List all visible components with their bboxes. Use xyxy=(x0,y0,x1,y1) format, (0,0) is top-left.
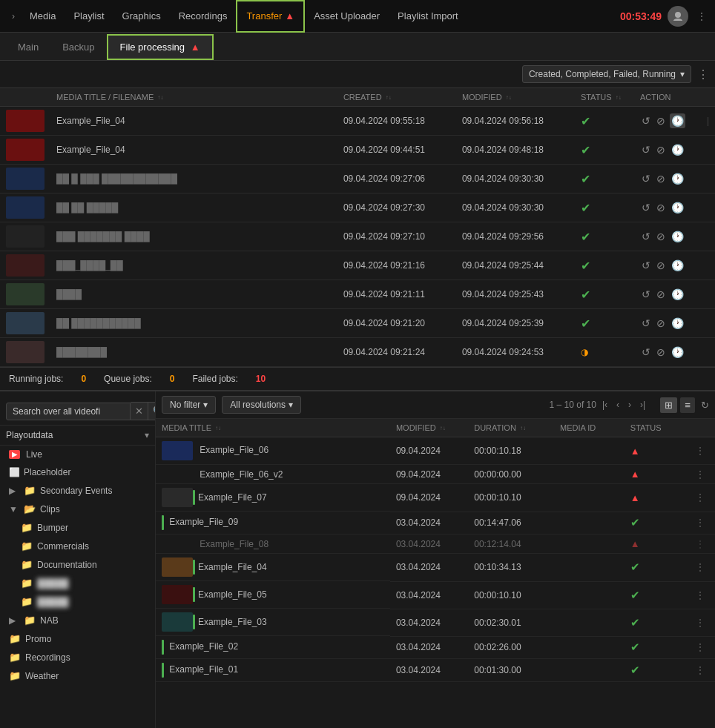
action-stop-btn[interactable]: ⊘ xyxy=(655,316,667,331)
action-history-btn[interactable]: 🕐 xyxy=(670,345,685,360)
nav-more-icon[interactable]: ⋮ xyxy=(694,11,709,21)
content-duration: 00:00:10.18 xyxy=(468,437,554,465)
action-stop-btn[interactable]: ⊘ xyxy=(655,171,667,186)
no-filter-btn[interactable]: No filter ▾ xyxy=(162,396,216,414)
sidebar-item-clips[interactable]: ▼ 📂 Clips xyxy=(0,500,155,518)
row-more-icon[interactable]: ⋮ xyxy=(693,665,708,675)
next-page-btn[interactable]: › xyxy=(625,398,634,411)
action-retry-btn[interactable]: ↺ xyxy=(640,345,652,360)
col-created[interactable]: CREATED ↑↓ xyxy=(337,88,456,107)
action-history-btn[interactable]: 🕐 xyxy=(670,229,685,244)
sidebar-item-secondary-events[interactable]: ▶ 📁 Secondary Events xyxy=(0,481,155,500)
search-clear-btn[interactable]: ✕ xyxy=(131,402,148,420)
row-more-icon[interactable]: ⋮ xyxy=(693,469,708,480)
refresh-btn[interactable]: ↻ xyxy=(701,400,709,411)
content-row: Example_File_04 03.04.2024 00:10:34.13 ✔… xyxy=(156,554,715,582)
nav-graphics[interactable]: Graphics xyxy=(113,0,170,33)
sidebar-item-weather[interactable]: 📁 Weather xyxy=(0,666,155,685)
nav-expand-icon[interactable]: › xyxy=(6,11,21,21)
action-retry-btn[interactable]: ↺ xyxy=(640,258,652,273)
row-thumbnail xyxy=(6,110,45,132)
content-row: Example_File_07 09.04.2024 00:00:10.10 ▲… xyxy=(156,484,715,512)
row-more-icon[interactable]: ⋮ xyxy=(693,590,708,600)
playout-selector[interactable]: Playoutdata ▾ xyxy=(0,426,155,446)
nav-playlist[interactable]: Playlist xyxy=(65,0,113,33)
sidebar-item-placeholder[interactable]: ⬜ Placeholder xyxy=(0,463,155,481)
action-stop-btn[interactable]: ⊘ xyxy=(655,258,667,273)
sidebar-item-commercials[interactable]: 📁 Commercials xyxy=(0,537,155,555)
col-media-id[interactable]: MEDIA ID xyxy=(554,419,625,437)
prev-page-btn[interactable]: ‹ xyxy=(613,398,622,411)
col-modified[interactable]: MODIFIED ↑↓ xyxy=(390,419,468,437)
action-stop-btn[interactable]: ⊘ xyxy=(655,142,667,157)
action-retry-btn[interactable]: ↺ xyxy=(640,142,652,157)
nav-recordings[interactable]: Recordings xyxy=(170,0,237,33)
action-history-btn[interactable]: 🕐 xyxy=(670,142,685,157)
sidebar-item-documentation[interactable]: 📁 Documentation xyxy=(0,555,155,574)
row-drag-handle[interactable]: | xyxy=(701,107,715,136)
list-view-btn[interactable]: ≡ xyxy=(680,397,695,413)
col-modified[interactable]: MODIFIED ↑↓ xyxy=(456,88,575,107)
content-modified: 09.04.2024 xyxy=(390,437,468,465)
row-status-icon: ✔ xyxy=(581,173,590,185)
action-stop-btn[interactable]: ⊘ xyxy=(655,345,667,360)
col-media-title[interactable]: MEDIA TITLE ↑↓ xyxy=(156,419,390,437)
row-more-icon[interactable]: ⋮ xyxy=(693,492,708,503)
sidebar-item-live[interactable]: ▶ Live xyxy=(0,446,155,463)
status-filter-dropdown[interactable]: Created, Completed, Failed, Running ▾ xyxy=(522,65,691,83)
nav-transfer[interactable]: Transfer ▲ xyxy=(236,0,305,33)
tab-file-processing[interactable]: File processing ▲ xyxy=(107,34,214,60)
sidebar-item-blur2[interactable]: 📁 █████ xyxy=(0,592,155,611)
action-stop-btn[interactable]: ⊘ xyxy=(655,287,667,302)
action-history-btn[interactable]: 🕐 xyxy=(670,113,685,128)
content-duration: 00:10:34.13 xyxy=(468,554,554,582)
action-retry-btn[interactable]: ↺ xyxy=(640,287,652,302)
row-more-icon[interactable]: ⋮ xyxy=(693,562,708,572)
row-more-icon[interactable]: ⋮ xyxy=(693,642,708,652)
nav-playlist-import[interactable]: Playlist Import xyxy=(389,0,467,33)
search-input[interactable] xyxy=(6,403,131,420)
action-retry-btn[interactable]: ↺ xyxy=(640,200,652,215)
action-history-btn[interactable]: 🕐 xyxy=(670,316,685,331)
sidebar-item-blur1[interactable]: 📁 █████ xyxy=(0,574,155,592)
action-history-btn[interactable]: 🕐 xyxy=(670,171,685,186)
row-more-icon[interactable]: ⋮ xyxy=(693,517,708,528)
action-retry-btn[interactable]: ↺ xyxy=(640,171,652,186)
grid-view-btn[interactable]: ⊞ xyxy=(660,397,677,413)
action-stop-btn[interactable]: ⊘ xyxy=(655,113,667,128)
playout-label: Playoutdata xyxy=(6,430,145,440)
action-stop-btn[interactable]: ⊘ xyxy=(655,200,667,215)
action-history-btn[interactable]: 🕐 xyxy=(670,287,685,302)
last-page-btn[interactable]: ›| xyxy=(637,398,648,411)
col-duration[interactable]: DURATION ↑↓ xyxy=(468,419,554,437)
action-history-btn[interactable]: 🕐 xyxy=(670,258,685,273)
col-media-title[interactable]: MEDIA TITLE / FILENAME ↑↓ xyxy=(50,88,337,107)
sidebar-item-recordings[interactable]: 📁 Recordings xyxy=(0,648,155,666)
action-history-btn[interactable]: 🕐 xyxy=(670,200,685,215)
row-more-icon[interactable]: ⋮ xyxy=(693,539,708,549)
action-stop-btn[interactable]: ⊘ xyxy=(655,229,667,244)
tab-main[interactable]: Main xyxy=(6,36,50,60)
first-page-btn[interactable]: |‹ xyxy=(599,398,610,411)
sidebar-item-nab[interactable]: ▶ 📁 NAB xyxy=(0,611,155,629)
nav-asset-uploader[interactable]: Asset Uploader xyxy=(305,0,389,33)
col-status[interactable]: STATUS xyxy=(625,419,687,437)
upper-more-icon[interactable]: ⋮ xyxy=(697,67,709,82)
search-go-btn[interactable]: 🔍 xyxy=(148,402,156,420)
top-navigation: › Media Playlist Graphics Recordings Tra… xyxy=(0,0,715,33)
col-status[interactable]: STATUS ↑↓ xyxy=(575,88,634,107)
action-retry-btn[interactable]: ↺ xyxy=(640,113,652,128)
action-retry-btn[interactable]: ↺ xyxy=(640,229,652,244)
row-created: 09.04.2024 09:44:51 xyxy=(337,136,456,165)
all-resolutions-btn[interactable]: All resolutions ▾ xyxy=(222,396,301,414)
avatar[interactable] xyxy=(668,6,688,27)
row-more-icon[interactable]: ⋮ xyxy=(693,446,708,456)
action-retry-btn[interactable]: ↺ xyxy=(640,316,652,331)
nav-media[interactable]: Media xyxy=(21,0,65,33)
sidebar-item-promo[interactable]: 📁 Promo xyxy=(0,629,155,648)
row-status-icon: ✔ xyxy=(581,317,590,330)
row-more-icon[interactable]: ⋮ xyxy=(693,618,708,628)
content-thumbnail xyxy=(162,488,193,507)
sidebar-item-bumper[interactable]: 📁 Bumper xyxy=(0,518,155,537)
tab-backup[interactable]: Backup xyxy=(50,36,106,60)
